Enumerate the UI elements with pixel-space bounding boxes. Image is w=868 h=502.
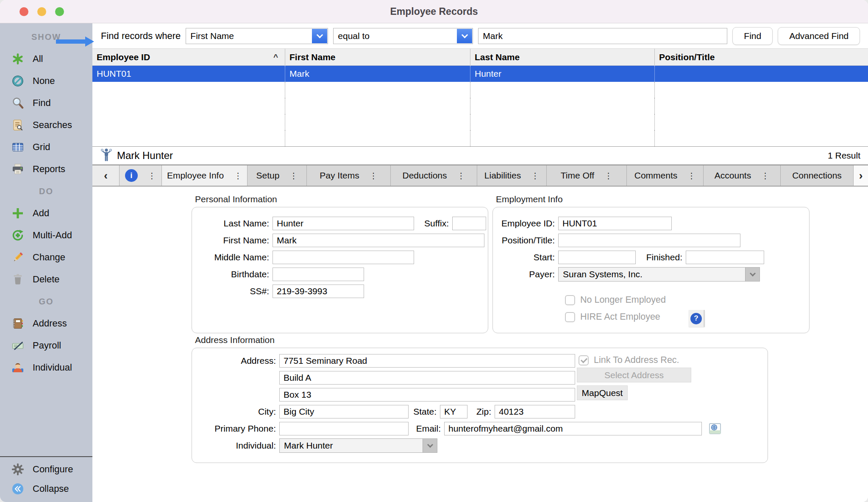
table-row-empty[interactable] (92, 82, 868, 98)
address-line3-field[interactable] (279, 388, 575, 402)
state-field[interactable] (440, 405, 467, 418)
personal-information-group: Personal Information Last Name: Suffix: … (192, 194, 488, 333)
tab-employee-info[interactable]: Employee Info⋮ (162, 165, 248, 186)
tabs-scroll-left-button[interactable]: ‹ (92, 165, 120, 186)
city-field[interactable] (279, 405, 409, 418)
zip-label: Zip: (467, 407, 495, 417)
asterisk-icon (11, 52, 25, 66)
find-value-input[interactable] (478, 28, 727, 44)
sidebar-item-label: Searches (33, 120, 72, 131)
advanced-find-button[interactable]: Advanced Find (778, 27, 860, 45)
find-operator-value: equal to (334, 28, 456, 44)
sidebar-item-searches[interactable]: Searches (0, 114, 92, 136)
individual-value: Mark Hunter (280, 439, 423, 452)
address-line1-field[interactable] (279, 354, 575, 368)
chevron-down-icon (423, 439, 437, 452)
address-book-icon (11, 317, 25, 330)
sidebar-item-payroll[interactable]: Payroll (0, 335, 92, 357)
primary-phone-field[interactable] (279, 422, 409, 435)
sidebar-item-individual[interactable]: Individual (0, 357, 92, 379)
mapquest-button[interactable]: MapQuest (577, 385, 628, 400)
hire-act-help-button[interactable]: ? (689, 310, 705, 327)
tab-deductions[interactable]: Deductions⋮ (391, 165, 477, 186)
individual-select[interactable]: Mark Hunter (279, 438, 437, 453)
column-header-first-name[interactable]: First Name (285, 49, 470, 65)
middle-name-label: Middle Name: (192, 252, 273, 262)
sidebar-item-label: Address (33, 318, 67, 329)
minimize-window-button[interactable] (37, 7, 46, 16)
email-www-icon[interactable] (709, 423, 721, 435)
tab-menu-dots-icon[interactable]: ⋮ (761, 171, 769, 181)
tab-record-info[interactable]: i ⋮ (120, 165, 162, 186)
tab-time-off[interactable]: Time Off⋮ (547, 165, 627, 186)
tab-menu-dots-icon[interactable]: ⋮ (457, 171, 465, 181)
tab-menu-dots-icon[interactable]: ⋮ (687, 171, 696, 181)
birthdate-field[interactable] (273, 268, 364, 281)
table-row-empty[interactable] (92, 98, 868, 114)
start-date-field[interactable] (558, 251, 636, 264)
first-name-field[interactable] (273, 234, 484, 247)
sort-ascending-icon[interactable]: ^ (273, 53, 278, 62)
sidebar-item-delete[interactable]: Delete (0, 268, 92, 290)
sidebar-item-none[interactable]: None (0, 70, 92, 92)
no-longer-employed-row: No Longer Employed (565, 295, 666, 305)
sidebar-item-collapse[interactable]: Collapse (0, 479, 92, 499)
hire-act-checkbox[interactable] (565, 312, 575, 322)
middle-name-field[interactable] (273, 251, 414, 264)
table-row-empty[interactable] (92, 114, 868, 130)
sidebar-item-multi-add[interactable]: Multi-Add (0, 224, 92, 246)
sidebar-item-all[interactable]: All (0, 48, 92, 70)
table-row-empty[interactable] (92, 130, 868, 146)
sidebar-item-change[interactable]: Change (0, 246, 92, 268)
suffix-field[interactable] (452, 217, 486, 230)
tab-menu-dots-icon[interactable]: ⋮ (234, 171, 242, 181)
tab-connections[interactable]: Connections (781, 165, 854, 186)
link-to-address-checkbox[interactable] (579, 355, 589, 365)
find-button[interactable]: Find (732, 27, 773, 45)
employment-info-group: Employment Info Employee ID: Position/Ti… (492, 194, 810, 333)
sidebar-item-label: Grid (33, 142, 50, 153)
sidebar-item-grid[interactable]: Grid (0, 136, 92, 158)
employee-id-field[interactable] (558, 217, 672, 230)
tab-comments[interactable]: Comments⋮ (627, 165, 704, 186)
find-field-select[interactable]: First Name (186, 28, 328, 44)
tab-menu-dots-icon[interactable]: ⋮ (370, 171, 378, 181)
sidebar-item-address[interactable]: Address (0, 312, 92, 335)
record-name: Mark Hunter (117, 150, 173, 162)
sidebar-item-label: All (33, 53, 43, 64)
find-operator-select[interactable]: equal to (333, 28, 473, 44)
close-window-button[interactable] (19, 7, 28, 16)
no-longer-employed-checkbox[interactable] (565, 295, 575, 305)
tab-menu-dots-icon[interactable]: ⋮ (289, 171, 298, 181)
tab-setup[interactable]: Setup⋮ (248, 165, 307, 186)
tab-menu-dots-icon[interactable]: ⋮ (604, 171, 612, 181)
sidebar-item-configure[interactable]: Configure (0, 460, 92, 479)
zoom-window-button[interactable] (55, 7, 64, 16)
table-row-selected[interactable]: HUNT01 Mark Hunter (92, 66, 868, 82)
zip-field[interactable] (495, 405, 575, 418)
column-header-position-title[interactable]: Position/Title (655, 49, 868, 65)
tabs-scroll-right-button[interactable]: › (854, 165, 868, 186)
select-address-button[interactable]: Select Address (577, 368, 691, 382)
tab-liabilities[interactable]: Liabilities⋮ (477, 165, 547, 186)
tab-pay-items[interactable]: Pay Items⋮ (307, 165, 391, 186)
sidebar-item-add[interactable]: Add (0, 202, 92, 224)
payer-select[interactable]: Suran Systems, Inc. (558, 267, 760, 282)
tab-accounts[interactable]: Accounts⋮ (704, 165, 781, 186)
position-title-field[interactable] (558, 234, 740, 247)
column-header-last-name[interactable]: Last Name (470, 49, 655, 65)
column-header-employee-id[interactable]: Employee ID ^ (92, 49, 285, 65)
ssn-field[interactable] (273, 284, 364, 298)
sidebar-item-find[interactable]: Find (0, 92, 92, 114)
link-to-address-row: Link To Address Rec. (579, 355, 679, 365)
address-line2-field[interactable] (279, 371, 575, 385)
finished-date-field[interactable] (686, 251, 764, 264)
sidebar-item-reports[interactable]: Reports (0, 158, 92, 180)
email-field[interactable] (444, 422, 702, 435)
app-window: Employee Records SHOW All None (0, 0, 868, 502)
last-name-field[interactable] (273, 217, 414, 230)
tab-menu-dots-icon[interactable]: ⋮ (531, 171, 539, 181)
trash-icon (11, 273, 25, 286)
hire-act-label: HIRE Act Employee (580, 312, 660, 322)
tab-menu-dots-icon[interactable]: ⋮ (148, 171, 156, 181)
